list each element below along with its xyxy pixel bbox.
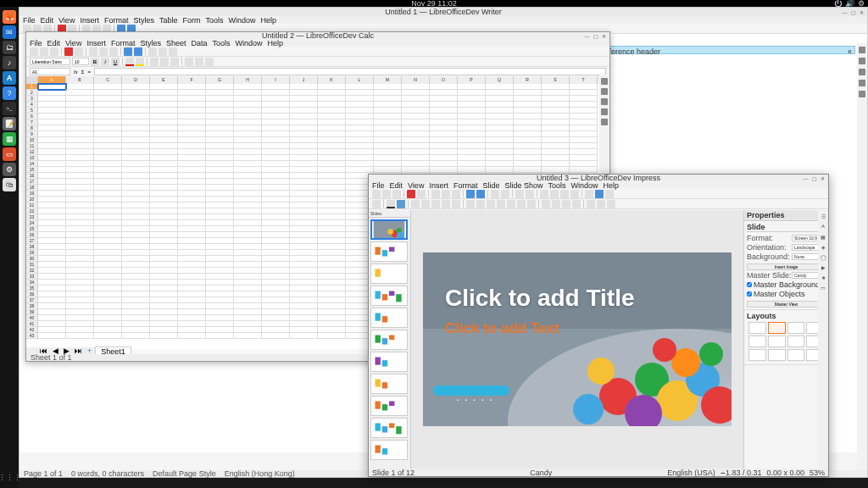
cell[interactable] <box>38 173 66 179</box>
cell[interactable] <box>318 333 346 339</box>
cell[interactable] <box>234 96 262 102</box>
cell[interactable] <box>206 303 234 309</box>
cell[interactable] <box>38 244 66 250</box>
cell[interactable] <box>150 131 178 137</box>
cell[interactable] <box>402 102 430 108</box>
row-header[interactable]: 35 <box>26 286 38 291</box>
cell[interactable] <box>458 143 486 149</box>
sidebar-properties-icon[interactable]: ☰ <box>820 213 826 219</box>
cell[interactable] <box>318 125 346 131</box>
rotate-icon[interactable] <box>542 200 550 208</box>
cell[interactable] <box>514 96 542 102</box>
cell[interactable] <box>570 149 598 155</box>
cell[interactable] <box>318 114 346 119</box>
row-header[interactable]: 39 <box>26 309 38 315</box>
cell[interactable] <box>262 268 290 274</box>
cell[interactable] <box>290 84 318 90</box>
cell[interactable] <box>66 327 94 333</box>
slide-thumb[interactable] <box>370 418 408 438</box>
cell[interactable] <box>262 274 290 280</box>
sort-desc-icon[interactable] <box>159 47 167 56</box>
cell[interactable] <box>514 114 542 119</box>
col-header[interactable]: A <box>38 76 66 84</box>
cell[interactable] <box>66 119 94 125</box>
sidebar-navigator-icon[interactable] <box>601 108 608 115</box>
sidebar-page-icon[interactable] <box>859 91 865 97</box>
cell[interactable] <box>38 327 66 333</box>
cell[interactable] <box>94 262 122 268</box>
cell[interactable] <box>262 250 290 256</box>
cell[interactable] <box>150 185 178 191</box>
cell[interactable] <box>150 327 178 333</box>
cell[interactable] <box>206 102 234 108</box>
cell[interactable] <box>542 137 570 143</box>
cell[interactable] <box>38 197 66 202</box>
cell[interactable] <box>150 262 178 268</box>
writer-menu-edit[interactable]: Edit <box>41 16 54 25</box>
cell[interactable] <box>234 250 262 256</box>
cell[interactable] <box>122 179 150 185</box>
cell[interactable] <box>66 84 94 90</box>
bold-icon[interactable]: B <box>91 58 99 66</box>
cell[interactable] <box>206 297 234 303</box>
cell[interactable] <box>66 185 94 191</box>
cell[interactable] <box>38 238 66 244</box>
slide-thumb[interactable] <box>370 263 408 284</box>
cell[interactable] <box>234 208 262 214</box>
start-current-icon[interactable] <box>526 190 534 198</box>
sidebar-styles-icon[interactable] <box>601 88 608 95</box>
cell[interactable] <box>430 84 458 90</box>
row-header[interactable]: 42 <box>26 327 38 333</box>
cell[interactable] <box>234 84 262 90</box>
cell[interactable] <box>122 220 150 226</box>
cell[interactable] <box>206 179 234 185</box>
cell[interactable] <box>66 149 94 155</box>
cell[interactable] <box>38 202 66 208</box>
cell[interactable] <box>66 291 94 297</box>
cell[interactable] <box>122 202 150 208</box>
cell[interactable] <box>94 274 122 280</box>
cell[interactable] <box>234 262 262 268</box>
cell[interactable] <box>430 149 458 155</box>
cell[interactable] <box>346 114 374 119</box>
cell[interactable] <box>402 119 430 125</box>
cell[interactable] <box>150 155 178 161</box>
row-header[interactable]: 37 <box>26 297 38 303</box>
cell[interactable] <box>290 149 318 155</box>
font-color-icon[interactable] <box>125 58 134 66</box>
row-header[interactable]: 19 <box>26 191 38 197</box>
row-header[interactable]: 38 <box>26 303 38 309</box>
cell[interactable] <box>122 125 150 131</box>
row-header[interactable]: 33 <box>26 274 38 280</box>
cell[interactable] <box>234 291 262 297</box>
cell[interactable] <box>66 309 94 315</box>
cell[interactable] <box>150 84 178 90</box>
cell[interactable] <box>234 274 262 280</box>
cell[interactable] <box>38 321 66 327</box>
cell[interactable] <box>150 102 178 108</box>
cell[interactable] <box>66 244 94 250</box>
sidebar-properties-icon[interactable] <box>601 78 608 85</box>
cell[interactable] <box>290 309 318 315</box>
sidebar-slide-transition-icon[interactable]: ▶ <box>820 263 826 270</box>
fill-color-icon[interactable] <box>397 200 405 208</box>
sidebar-master-icon[interactable]: ▭ <box>820 284 826 291</box>
cell[interactable] <box>262 238 290 244</box>
cell[interactable] <box>66 321 94 327</box>
cell[interactable] <box>94 131 122 137</box>
cell[interactable] <box>178 96 206 102</box>
impress-status-zoom[interactable]: 53% <box>810 469 825 477</box>
cell[interactable] <box>206 268 234 274</box>
cell[interactable] <box>402 131 430 137</box>
cell[interactable] <box>38 102 66 108</box>
writer-close-button[interactable]: ✕ <box>859 8 865 14</box>
cell[interactable] <box>206 256 234 262</box>
calc-titlebar[interactable]: Untitled 2 — LibreOfficeDev Calc — ▢ ✕ <box>26 32 609 39</box>
cell[interactable] <box>290 161 318 167</box>
writer-max-button[interactable]: ▢ <box>850 8 856 14</box>
cell[interactable] <box>430 161 458 167</box>
cell[interactable] <box>178 238 206 244</box>
cell[interactable] <box>486 143 514 149</box>
cell[interactable] <box>290 238 318 244</box>
cell[interactable] <box>66 131 94 137</box>
